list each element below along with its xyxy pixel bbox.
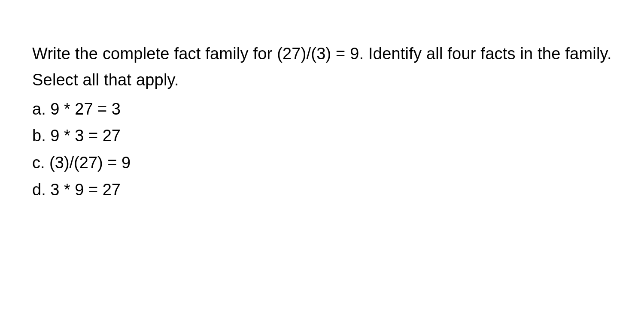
question-prompt: Write the complete fact family for (27)/… (32, 41, 612, 93)
option-c[interactable]: c. (3)/(27) = 9 (32, 150, 612, 176)
option-d[interactable]: d. 3 * 9 = 27 (32, 177, 612, 203)
option-a[interactable]: a. 9 * 27 = 3 (32, 97, 612, 122)
option-b[interactable]: b. 9 * 3 = 27 (32, 123, 612, 148)
options-list: a. 9 * 27 = 3 b. 9 * 3 = 27 c. (3)/(27) … (32, 97, 612, 203)
